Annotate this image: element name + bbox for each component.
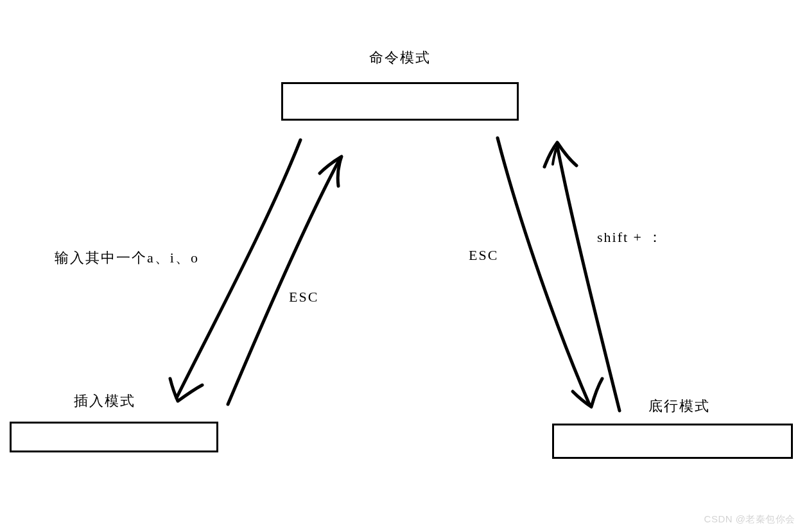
lastline-mode-label: 底行模式	[648, 397, 710, 416]
to-insert-edge-label: 输入其中一个a、i、o	[55, 248, 199, 268]
insert-to-cmd-edge-label: ESC	[289, 289, 318, 305]
insert-mode-label: 插入模式	[74, 391, 135, 411]
watermark: CSDN @老秦包你会	[704, 513, 795, 526]
lastline-mode-box	[552, 424, 793, 459]
arrow-lastline-to-cmd	[544, 142, 620, 411]
command-mode-label: 命令模式	[369, 48, 431, 67]
lastline-to-cmd-edge-label: shift + ：	[597, 228, 663, 247]
to-lastline-edge-label: ESC	[469, 247, 498, 264]
arrow-cmd-to-lastline	[498, 138, 602, 407]
arrow-insert-to-cmd	[228, 157, 342, 404]
command-mode-box	[281, 82, 519, 121]
insert-mode-box	[10, 422, 218, 452]
arrow-cmd-to-insert	[170, 140, 300, 401]
